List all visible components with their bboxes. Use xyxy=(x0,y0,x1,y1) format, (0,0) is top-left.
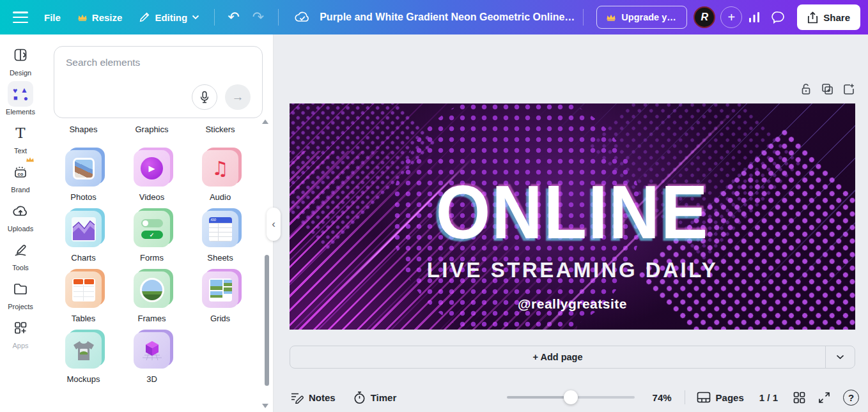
file-button[interactable]: File xyxy=(36,5,69,29)
search-submit-button[interactable]: → xyxy=(225,84,251,110)
sidebar-item-brand[interactable]: co Brand xyxy=(1,159,40,194)
panel-item-grids[interactable]: Grids xyxy=(192,271,249,323)
sidebar-item-tools[interactable]: Tools xyxy=(1,237,40,271)
frames-thumbnail xyxy=(134,271,170,308)
scrollbar-thumb[interactable] xyxy=(265,255,269,386)
panel-item-graphics[interactable]: Graphics xyxy=(135,125,168,141)
cloud-saved-icon[interactable] xyxy=(294,10,311,24)
add-page-dropdown-button[interactable] xyxy=(825,346,855,368)
sidebar-label: Tools xyxy=(12,264,29,271)
upgrade-button[interactable]: Upgrade your … xyxy=(596,6,687,29)
panel-item-audio[interactable]: ♫ Audio xyxy=(192,150,249,202)
undo-button[interactable]: ↶ xyxy=(221,10,245,24)
sidebar-item-apps[interactable]: Apps xyxy=(1,315,40,349)
panel-item-forms[interactable]: ✓ Forms xyxy=(123,211,181,263)
bar-chart-icon xyxy=(748,11,761,24)
spreadsheet-art: f00 xyxy=(209,217,232,241)
comments-button[interactable] xyxy=(766,5,791,29)
redo-button[interactable]: ↷ xyxy=(246,10,270,24)
sidebar-label: Projects xyxy=(8,303,33,310)
document-title[interactable]: Purple and White Gradient Neon Geometric… xyxy=(320,11,575,23)
zoom-slider[interactable] xyxy=(507,396,635,399)
question-glyph: ? xyxy=(848,392,854,403)
avatar[interactable]: R xyxy=(694,6,715,28)
panel-item-videos[interactable]: ▶ Videos xyxy=(123,150,181,202)
panel-item-stickers[interactable]: Stickers xyxy=(205,125,235,141)
design-subtitle-text[interactable]: LIVE STREAMING DAILY xyxy=(427,258,718,282)
page-toolbar xyxy=(800,83,855,95)
sidebar-label: Uploads xyxy=(8,225,33,233)
sidebar-item-projects[interactable]: Projects xyxy=(1,276,40,310)
duplicate-page-button[interactable] xyxy=(821,83,833,95)
panel-item-frames[interactable]: Frames xyxy=(123,271,181,323)
voice-search-button[interactable] xyxy=(192,84,217,110)
panel-collapse-button[interactable]: ‹ xyxy=(267,208,281,241)
pencil-icon xyxy=(139,11,150,23)
help-button[interactable]: ? xyxy=(843,390,859,406)
uploads-icon xyxy=(8,198,33,224)
category-label: Audio xyxy=(210,192,231,202)
sheet-header: f00 xyxy=(209,217,232,223)
design-page[interactable]: ONLINE LIVE STREAMING DAILY @reallygreat… xyxy=(290,103,855,330)
toggle-check-art: ✓ xyxy=(141,231,163,239)
share-icon xyxy=(807,11,818,24)
divider xyxy=(685,390,685,404)
panel-item-tables[interactable]: Tables xyxy=(55,271,112,323)
design-title-text[interactable]: ONLINE xyxy=(436,174,709,250)
zoom-slider-handle[interactable] xyxy=(564,390,578,404)
timer-icon xyxy=(353,391,366,404)
3d-thumbnail xyxy=(134,332,170,369)
panel-item-charts[interactable]: Charts xyxy=(55,211,112,263)
left-nav: Design ♥▲■● Elements T Text co Brand Upl… xyxy=(0,34,41,412)
sidebar-label: Text xyxy=(14,147,27,155)
panel-item-mockups[interactable]: Mockups xyxy=(55,332,112,384)
top-bar: File Resize Editing ↶ ↷ Purple and White… xyxy=(0,0,868,34)
pages-icon xyxy=(697,392,711,403)
resize-button[interactable]: Resize xyxy=(69,5,131,29)
photo-art xyxy=(73,158,95,179)
notes-icon xyxy=(290,392,304,404)
sidebar-item-elements[interactable]: ♥▲■● Elements xyxy=(1,81,40,116)
timer-button[interactable]: Timer xyxy=(353,391,397,404)
panel-item-photos[interactable]: Photos xyxy=(55,150,112,202)
sidebar-item-uploads[interactable]: Uploads xyxy=(1,198,40,233)
forms-thumbnail: ✓ xyxy=(134,211,170,247)
search-box[interactable]: → xyxy=(54,46,263,118)
sidebar-item-design[interactable]: Design xyxy=(1,42,40,77)
menu-icon[interactable] xyxy=(13,11,28,23)
insights-button[interactable] xyxy=(742,5,766,29)
brand-icon: co xyxy=(8,159,33,185)
add-member-button[interactable]: + xyxy=(720,6,742,28)
comment-icon xyxy=(771,10,786,24)
search-input[interactable] xyxy=(66,57,245,68)
table-rows xyxy=(74,285,94,301)
panel-item-sheets[interactable]: f00 Sheets xyxy=(192,211,249,263)
unlock-button[interactable] xyxy=(800,83,812,95)
frame-art xyxy=(140,278,164,302)
fullscreen-icon xyxy=(818,392,830,404)
editing-mode-button[interactable]: Editing xyxy=(130,5,208,29)
table-art xyxy=(72,278,95,301)
panel-item-shapes[interactable]: Shapes xyxy=(69,125,97,141)
sidebar-item-text[interactable]: T Text xyxy=(1,120,40,155)
charts-thumbnail xyxy=(65,211,102,247)
notes-button[interactable]: Notes xyxy=(290,392,336,404)
scroll-up-arrow[interactable] xyxy=(262,119,268,124)
add-page-button[interactable]: + Add page xyxy=(290,346,825,368)
add-page-icon-button[interactable] xyxy=(843,83,855,95)
category-label: Stickers xyxy=(205,125,235,134)
workspace: ‹ ONLINE LIVE STREAM xyxy=(274,34,868,412)
fullscreen-button[interactable] xyxy=(818,392,830,404)
category-label: Mockups xyxy=(66,374,100,384)
apps-icon xyxy=(8,315,33,340)
zoom-percentage[interactable]: 74% xyxy=(653,392,672,403)
panel-item-3d[interactable]: 3D xyxy=(123,332,181,384)
design-handle-text[interactable]: @reallygreatsite xyxy=(518,296,627,312)
grid-view-button[interactable] xyxy=(793,392,805,404)
category-label: Graphics xyxy=(135,125,168,134)
category-label: Grids xyxy=(210,314,230,323)
scroll-down-arrow[interactable] xyxy=(262,404,268,408)
pages-button[interactable]: Pages xyxy=(697,392,744,403)
share-button[interactable]: Share xyxy=(797,4,860,30)
category-label: Forms xyxy=(140,253,164,263)
